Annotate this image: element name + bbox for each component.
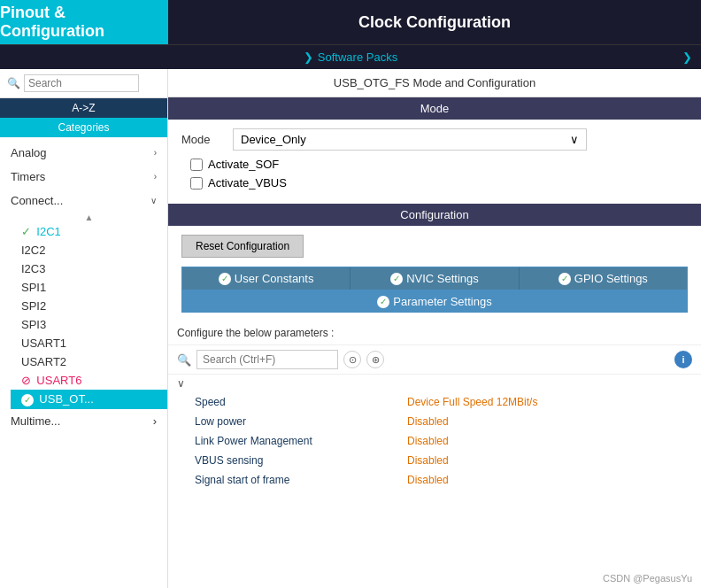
tab-gpio-settings[interactable]: ✓ GPIO Settings [520,267,687,290]
tab-user-constants[interactable]: ✓ User Constants [182,267,350,290]
clock-config-tab[interactable]: Clock Configuration [168,0,701,44]
mode-label: Mode [181,133,226,146]
param-filter-icon[interactable]: ⊙ [343,351,361,368]
mode-section-header: Mode [168,97,701,120]
chevron-right-icon: › [153,414,157,428]
sidebar-subitem-usart6-label: USART6 [36,374,81,387]
tab-nvic-settings[interactable]: ✓ NVIC Settings [350,267,519,290]
search-icon: 🔍 [7,77,20,89]
check-icon: ✓ [21,225,31,238]
software-packs-chevron-left: ❯ [304,50,313,64]
sidebar-subitem-i2c1-label: I2C1 [36,225,60,238]
param-info-icon[interactable]: i [674,351,692,368]
sidebar-subitem-usart1[interactable]: USART1 [11,334,167,352]
param-search-input[interactable] [196,350,338,369]
param-section-header: Configure the below parameters : [168,321,701,345]
mode-value: Device_Only [241,133,306,146]
activate-sof-checkbox[interactable] [190,159,203,171]
tab-user-constants-label: User Constants [235,272,314,285]
param-sort-icon[interactable]: ⊛ [366,351,384,368]
sidebar-az-button[interactable]: A->Z [0,98,167,118]
watermark: CSDN @PegasusYu [603,573,692,584]
check-icon: ✓ [377,296,389,308]
reset-configuration-button[interactable]: Reset Configuration [181,235,304,258]
tab-nvic-settings-label: NVIC Settings [406,272,479,285]
mode-select[interactable]: Device_Only ∨ [233,128,587,151]
tabs-row: ✓ User Constants ✓ NVIC Settings ✓ GPIO … [181,267,688,290]
sidebar-item-connect[interactable]: Connect... ∨ [0,189,167,213]
check-icon: ✓ [390,273,403,285]
param-name: Signal start of frame [195,474,407,486]
sidebar-subitem-usart2[interactable]: USART2 [11,352,167,371]
sidebar-subitem-usart6[interactable]: ⊘ USART6 [11,371,167,390]
param-table: Speed Device Full Speed 12MBit/s Low pow… [168,392,701,490]
sidebar-subitem-spi1[interactable]: SPI1 [11,278,167,297]
sidebar-subitem-i2c3-label: I2C3 [21,262,45,275]
activate-vbus-label: Activate_VBUS [208,176,287,190]
tab-parameter-settings-label: Parameter Settings [393,295,491,308]
param-value: Disabled [407,435,449,447]
param-name: Link Power Management [195,435,407,447]
content-page-title: USB_OTG_FS Mode and Configuration [168,69,701,97]
sidebar-subitem-usart2-label: USART2 [21,355,66,368]
activate-vbus-row: Activate_VBUS [181,176,688,190]
sidebar-item-connect-label: Connect... [11,194,63,207]
mode-row: Mode Device_Only ∨ [181,128,688,151]
sidebar-subitem-spi2-label: SPI2 [21,299,46,313]
main-layout: 🔍 A->Z Categories Analog › Timers › Conn… [0,69,701,588]
scroll-up-indicator: ▲ [11,213,167,222]
header: Pinout & Configuration Clock Configurati… [0,0,701,44]
param-expand-toggle[interactable]: ∨ [168,375,701,392]
config-section-header: Configuration [168,204,701,226]
sidebar-item-multime[interactable]: Multime... › [0,409,167,433]
table-row: Link Power Management Disabled [168,431,701,451]
sidebar-subitem-usb-otg[interactable]: ✓ USB_OT... [11,390,167,409]
tab-gpio-settings-label: GPIO Settings [574,272,648,285]
sidebar-subitem-spi2[interactable]: SPI2 [11,297,167,315]
chevron-right-icon: › [154,172,157,182]
sidebar-subitem-i2c2-label: I2C2 [21,244,45,257]
disable-icon: ⊘ [21,374,31,387]
param-search-row: 🔍 ⊙ ⊛ i [168,345,701,375]
sidebar-subitem-spi3[interactable]: SPI3 [11,315,167,334]
sidebar-item-multime-label: Multime... [11,414,60,428]
activate-sof-label: Activate_SOF [208,158,279,171]
software-packs-label: Software Packs [318,50,397,64]
sidebar-item-analog-label: Analog [11,146,46,159]
sidebar-item-timers[interactable]: Timers › [0,165,167,189]
content-area: USB_OTG_FS Mode and Configuration Mode M… [168,69,701,588]
sidebar-subitem-i2c1[interactable]: ✓ I2C1 [11,222,167,241]
sidebar-item-timers-label: Timers [11,170,45,183]
pinout-config-tab[interactable]: Pinout & Configuration [0,0,168,44]
sidebar-subitem-i2c2[interactable]: I2C2 [11,241,167,259]
sidebar-categories-button[interactable]: Categories [0,118,167,137]
clock-config-title: Clock Configuration [358,13,511,32]
sidebar-search-bar: 🔍 [0,69,167,98]
param-name: Speed [195,396,407,408]
sidebar-item-analog[interactable]: Analog › [0,141,167,165]
param-value: Device Full Speed 12MBit/s [407,396,537,408]
software-packs-chevron-right: ❯ [682,50,692,64]
sidebar-subitem-spi1-label: SPI1 [21,281,46,294]
sidebar-subitem-i2c3[interactable]: I2C3 [11,259,167,278]
param-value: Disabled [407,474,449,486]
check-icon: ✓ [219,273,231,285]
table-row: Low power Disabled [168,412,701,431]
chevron-right-icon: › [154,148,157,158]
activate-vbus-checkbox[interactable] [190,177,203,190]
sidebar-search-input[interactable] [24,74,139,92]
tab-parameter-settings[interactable]: ✓ Parameter Settings [181,290,688,313]
param-value: Disabled [407,415,449,428]
chevron-down-icon: ∨ [150,196,157,205]
sidebar: 🔍 A->Z Categories Analog › Timers › Conn… [0,69,168,588]
software-packs-bar[interactable]: ❯ Software Packs ❯ [0,44,701,69]
mode-section: Mode Device_Only ∨ Activate_SOF Activate… [168,120,701,204]
table-row: Signal start of frame Disabled [168,470,701,490]
param-name: Low power [195,415,407,428]
check-icon: ✓ [21,394,34,406]
sidebar-subitem-usb-otg-label: USB_OT... [39,392,93,406]
activate-sof-row: Activate_SOF [181,158,688,171]
sidebar-connect-subitems: ▲ ✓ I2C1 I2C2 I2C3 SPI1 SPI2 S [0,213,167,409]
param-value: Disabled [407,454,449,467]
sidebar-subitem-spi3-label: SPI3 [21,318,46,331]
